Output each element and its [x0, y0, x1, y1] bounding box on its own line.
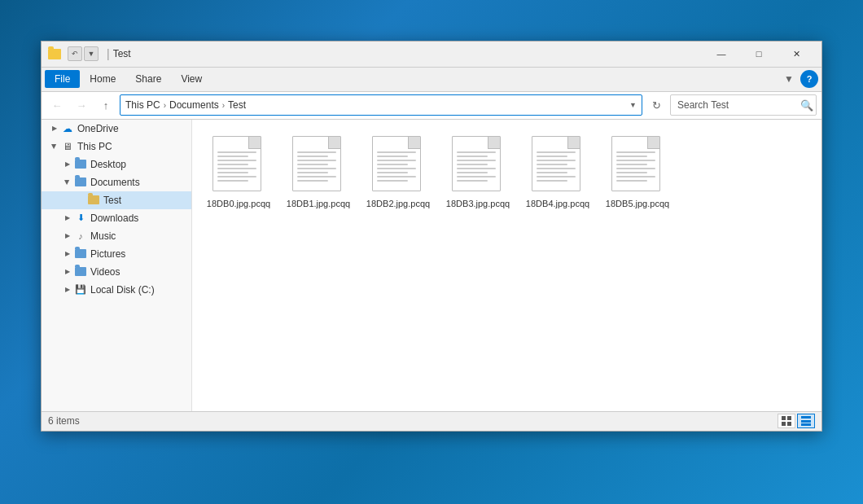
- svg-rect-4: [801, 416, 811, 419]
- status-bar: 6 items: [42, 411, 821, 431]
- file-name: 18DB5.jpg.pcqq: [606, 198, 669, 209]
- file-item[interactable]: 18DB5.jpg.pcqq: [601, 129, 674, 216]
- quick-access-btn-1[interactable]: ↶: [68, 46, 82, 61]
- doc-icon: [292, 136, 341, 191]
- file-name: 18DB4.jpg.pcqq: [526, 198, 589, 209]
- view-buttons: [778, 414, 815, 428]
- path-arrow-2: ›: [222, 101, 225, 110]
- menu-share[interactable]: Share: [125, 70, 171, 88]
- test-folder-icon: [87, 194, 100, 207]
- doc-lines: [616, 151, 655, 184]
- window-title: Test: [113, 48, 703, 59]
- sidebar-label-test: Test: [103, 195, 121, 206]
- file-item[interactable]: 18DB1.jpg.pcqq: [282, 129, 355, 216]
- address-path[interactable]: This PC › Documents › Test ▼: [120, 94, 642, 116]
- file-icon: [372, 136, 424, 195]
- sidebar-item-this-pc[interactable]: ▶ 🖥 This PC: [42, 138, 191, 156]
- path-this-pc[interactable]: This PC: [125, 99, 160, 111]
- path-test[interactable]: Test: [228, 99, 246, 111]
- menu-home[interactable]: Home: [80, 70, 125, 88]
- doc-lines: [217, 151, 256, 184]
- doc-icon: [372, 136, 421, 191]
- up-button[interactable]: ↑: [95, 94, 116, 116]
- doc-lines: [297, 151, 336, 184]
- sidebar-item-pictures[interactable]: ▶ Pictures: [42, 245, 191, 263]
- search-wrap: 🔍: [670, 94, 817, 116]
- file-item[interactable]: 18DB0.jpg.pcqq: [202, 129, 275, 216]
- doc-lines: [457, 151, 496, 184]
- window-controls: — □ ✕: [703, 41, 815, 67]
- title-bar: ↶ ▼ | Test — □ ✕: [42, 42, 821, 68]
- path-dropdown[interactable]: ▼: [629, 101, 637, 109]
- expand-arrow-documents: ▶: [61, 176, 74, 189]
- help-button[interactable]: ?: [800, 70, 818, 88]
- quick-access-btn-2[interactable]: ▼: [84, 46, 99, 61]
- pc-icon: 🖥: [61, 140, 74, 153]
- expand-arrow-onedrive: ▶: [48, 122, 61, 135]
- address-bar: ← → ↑ This PC › Documents › Test ▼ ↻ 🔍: [42, 92, 821, 120]
- sidebar-label-music: Music: [90, 230, 116, 242]
- menu-view[interactable]: View: [171, 70, 212, 88]
- doc-lines: [537, 151, 576, 184]
- search-input[interactable]: [670, 94, 817, 116]
- menu-chevron[interactable]: ▼: [778, 70, 800, 88]
- forward-button[interactable]: →: [71, 94, 92, 116]
- sidebar-item-test[interactable]: ▶ Test: [42, 191, 191, 209]
- sidebar-label-downloads: Downloads: [90, 213, 138, 224]
- doc-icon: [611, 136, 660, 191]
- music-icon: ♪: [74, 230, 87, 243]
- sidebar-item-local-disk[interactable]: ▶ 💾 Local Disk (C:): [42, 281, 191, 299]
- file-area: 18DB0.jpg.pcqq 18DB1.jpg.pcqq 18DB2.jpg.…: [192, 120, 821, 411]
- expand-arrow-local-disk: ▶: [61, 283, 74, 296]
- expand-arrow-pictures: ▶: [61, 248, 74, 261]
- pictures-folder-icon: [74, 248, 87, 261]
- sidebar-item-documents[interactable]: ▶ Documents: [42, 173, 191, 191]
- back-button[interactable]: ←: [46, 94, 68, 116]
- doc-icon: [452, 136, 501, 191]
- close-button[interactable]: ✕: [778, 41, 815, 67]
- file-icon: [452, 136, 504, 195]
- title-bar-extra: ↶ ▼: [68, 46, 99, 61]
- sidebar-label-this-pc: This PC: [77, 141, 112, 152]
- svg-rect-1: [787, 416, 791, 420]
- sidebar-item-music[interactable]: ▶ ♪ Music: [42, 227, 191, 245]
- sidebar-item-videos[interactable]: ▶ Videos: [42, 263, 191, 281]
- sidebar-item-onedrive[interactable]: ▶ ☁ OneDrive: [42, 120, 191, 138]
- doc-icon: [532, 136, 580, 191]
- maximize-button[interactable]: □: [740, 41, 778, 67]
- expand-arrow-this-pc: ▶: [48, 140, 61, 153]
- file-item[interactable]: 18DB4.jpg.pcqq: [521, 129, 594, 216]
- svg-rect-5: [801, 420, 811, 423]
- expand-arrow-music: ▶: [61, 230, 74, 243]
- title-bar-icons: [48, 49, 61, 59]
- grid-view-button[interactable]: [778, 414, 795, 428]
- drive-icon: 💾: [74, 283, 87, 296]
- desktop-folder-icon: [74, 158, 87, 171]
- title-separator: |: [107, 47, 110, 60]
- list-view-button[interactable]: [797, 414, 815, 428]
- videos-folder-icon: [74, 265, 87, 278]
- search-icon[interactable]: 🔍: [800, 99, 813, 112]
- file-name: 18DB0.jpg.pcqq: [207, 198, 270, 209]
- svg-rect-0: [782, 416, 786, 420]
- downloads-icon: ⬇: [74, 212, 87, 225]
- svg-rect-2: [782, 422, 786, 426]
- minimize-button[interactable]: —: [703, 41, 740, 67]
- sidebar-item-desktop[interactable]: ▶ Desktop: [42, 156, 191, 173]
- file-name: 18DB1.jpg.pcqq: [287, 198, 350, 209]
- explorer-window: ↶ ▼ | Test — □ ✕ File Home Share View ▼ …: [41, 41, 822, 432]
- refresh-button[interactable]: ↻: [646, 94, 667, 116]
- menu-file[interactable]: File: [45, 70, 80, 88]
- svg-rect-3: [787, 422, 791, 426]
- doc-icon: [212, 136, 261, 191]
- sidebar-label-documents: Documents: [90, 177, 140, 188]
- sidebar-item-downloads[interactable]: ▶ ⬇ Downloads: [42, 209, 191, 227]
- file-icon: [212, 136, 265, 195]
- path-documents[interactable]: Documents: [169, 99, 219, 111]
- sidebar-label-pictures: Pictures: [90, 248, 125, 260]
- sidebar-label-desktop: Desktop: [90, 159, 126, 170]
- path-arrow-1: ›: [164, 101, 166, 110]
- main-content: ▶ ☁ OneDrive ▶ 🖥 This PC ▶ Des: [42, 120, 821, 411]
- file-item[interactable]: 18DB2.jpg.pcqq: [361, 129, 435, 216]
- file-item[interactable]: 18DB3.jpg.pcqq: [441, 129, 515, 216]
